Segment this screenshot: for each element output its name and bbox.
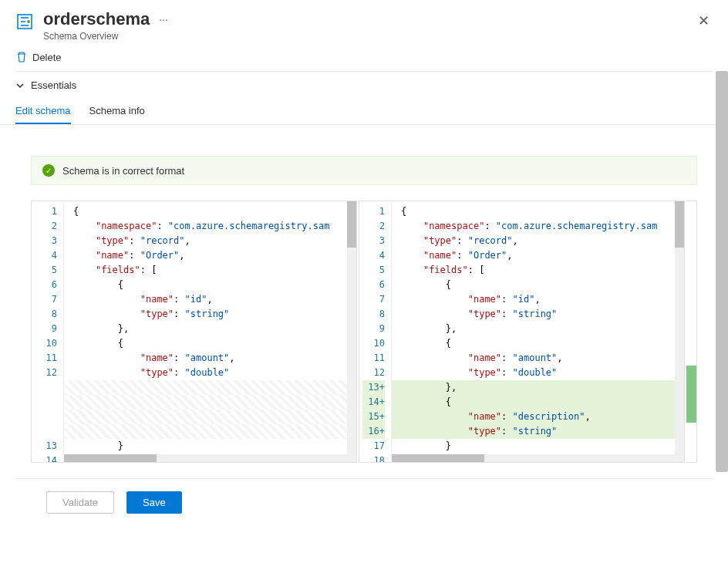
essentials-toggle[interactable]: Essentials xyxy=(0,72,728,99)
trash-icon xyxy=(15,51,28,63)
chevron-down-icon xyxy=(15,81,25,90)
editor-original[interactable]: 123456789101112 1314 { "namespace": "com… xyxy=(31,201,357,463)
schema-icon xyxy=(15,12,34,31)
page-scrollbar[interactable] xyxy=(716,71,728,580)
more-icon[interactable]: ··· xyxy=(159,13,168,25)
tabs: Edit schema Schema info xyxy=(0,99,728,125)
status-message: Schema is in correct format xyxy=(62,165,184,177)
editor-modified[interactable]: 12345678910111213+14+15+16+1718 { "names… xyxy=(359,201,685,463)
hscroll-left[interactable] xyxy=(64,454,347,462)
svg-point-1 xyxy=(27,20,30,23)
tab-edit-schema[interactable]: Edit schema xyxy=(15,99,71,124)
delete-label: Delete xyxy=(32,52,62,63)
content: ✓ Schema is in correct format 1234567891… xyxy=(0,125,728,478)
code-left[interactable]: { "namespace": "com.azure.schemaregistry… xyxy=(64,201,356,462)
tab-schema-info[interactable]: Schema info xyxy=(89,99,145,124)
hscroll-right[interactable] xyxy=(392,454,675,462)
status-bar: ✓ Schema is in correct format xyxy=(31,156,697,185)
page-title: orderschema xyxy=(43,9,150,29)
vscroll-right[interactable] xyxy=(675,201,684,462)
diff-overview[interactable] xyxy=(686,201,697,463)
close-button[interactable]: ✕ xyxy=(695,9,713,32)
essentials-label: Essentials xyxy=(31,79,76,91)
footer: Validate Save xyxy=(15,478,713,526)
diff-editor: 123456789101112 1314 { "namespace": "com… xyxy=(31,201,697,463)
gutter-right: 12345678910111213+14+15+16+1718 xyxy=(359,201,392,462)
vscroll-left[interactable] xyxy=(347,201,356,462)
header: orderschema ··· Schema Overview ✕ xyxy=(0,0,728,48)
check-icon: ✓ xyxy=(42,164,55,177)
save-button[interactable]: Save xyxy=(126,491,182,514)
code-right[interactable]: { "namespace": "com.azure.schemaregistry… xyxy=(392,201,684,462)
delete-button[interactable]: Delete xyxy=(15,51,713,63)
validate-button[interactable]: Validate xyxy=(46,491,114,514)
gutter-left: 123456789101112 1314 xyxy=(32,201,64,462)
page-subtitle: Schema Overview xyxy=(43,31,695,42)
toolbar: Delete xyxy=(0,48,728,71)
